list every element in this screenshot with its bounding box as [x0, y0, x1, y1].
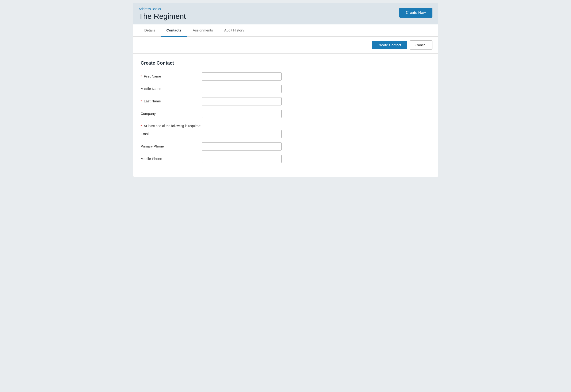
last-name-row: * Last Name — [141, 97, 430, 105]
middle-name-label-col: Middle Name — [141, 85, 202, 91]
header-left: Address Books The Regiment — [139, 7, 186, 21]
last-name-required-star: * — [141, 99, 142, 103]
tab-audit-history[interactable]: Audit History — [218, 24, 250, 37]
required-note-star: * — [141, 124, 142, 128]
primary-phone-label-col: Primary Phone — [141, 142, 202, 148]
last-name-label: Last Name — [144, 99, 161, 103]
email-input[interactable] — [202, 130, 282, 138]
header: Address Books The Regiment Create New — [133, 3, 438, 24]
company-row: Company — [141, 110, 430, 118]
mobile-phone-input[interactable] — [202, 155, 282, 163]
create-new-button[interactable]: Create New — [399, 8, 432, 18]
required-note-text: At least one of the following is require… — [144, 124, 201, 128]
required-note-col: * At least one of the following is requi… — [141, 122, 202, 128]
primary-phone-input-col — [202, 142, 282, 151]
tab-assignments[interactable]: Assignments — [187, 24, 219, 37]
mobile-phone-row: Mobile Phone — [141, 155, 430, 163]
middle-name-label: Middle Name — [141, 87, 161, 91]
company-input[interactable] — [202, 110, 282, 118]
first-name-label: First Name — [144, 74, 161, 78]
primary-phone-label: Primary Phone — [141, 144, 164, 148]
last-name-label-col: * Last Name — [141, 97, 202, 103]
page-title: The Regiment — [139, 12, 186, 21]
required-note-row: * At least one of the following is requi… — [141, 122, 430, 128]
cancel-button[interactable]: Cancel — [410, 40, 432, 50]
create-contact-button[interactable]: Create Contact — [372, 41, 407, 49]
email-row: Email — [141, 130, 430, 138]
breadcrumb[interactable]: Address Books — [139, 7, 161, 11]
mobile-phone-label: Mobile Phone — [141, 157, 162, 161]
company-label: Company — [141, 112, 156, 115]
tabs-bar: Details Contacts Assignments Audit Histo… — [133, 24, 438, 37]
first-name-input-col — [202, 72, 282, 81]
tab-contacts[interactable]: Contacts — [161, 24, 187, 37]
last-name-input-col — [202, 97, 282, 105]
email-label-col: Email — [141, 130, 202, 136]
tab-details[interactable]: Details — [139, 24, 161, 37]
middle-name-input-col — [202, 85, 282, 93]
first-name-input[interactable] — [202, 72, 282, 81]
form-title: Create Contact — [141, 60, 430, 66]
last-name-input[interactable] — [202, 97, 282, 105]
first-name-required-star: * — [141, 74, 142, 78]
mobile-phone-label-col: Mobile Phone — [141, 155, 202, 161]
first-name-row: * First Name — [141, 72, 430, 81]
middle-name-input[interactable] — [202, 85, 282, 93]
main-container: Address Books The Regiment Create New De… — [133, 3, 438, 177]
primary-phone-row: Primary Phone — [141, 142, 430, 151]
form-area: Create Contact * First Name Middle Name … — [133, 54, 438, 177]
company-input-col — [202, 110, 282, 118]
action-bar: Create Contact Cancel — [133, 37, 438, 54]
company-label-col: Company — [141, 110, 202, 115]
middle-name-row: Middle Name — [141, 85, 430, 93]
first-name-label-col: * First Name — [141, 72, 202, 78]
email-label: Email — [141, 132, 150, 136]
primary-phone-input[interactable] — [202, 142, 282, 151]
email-input-col — [202, 130, 282, 138]
mobile-phone-input-col — [202, 155, 282, 163]
